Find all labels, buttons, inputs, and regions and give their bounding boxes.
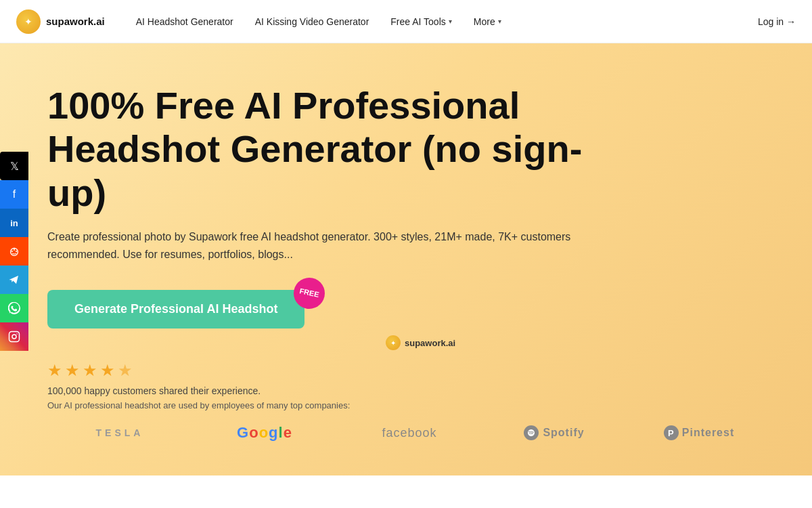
hero-title: 100% Free AI Professional Headshot Gener… bbox=[47, 84, 602, 215]
share-facebook-button[interactable]: f bbox=[0, 180, 28, 209]
companies-used-text: Our AI professional headshot are used by… bbox=[47, 400, 771, 410]
nav-kissing-video[interactable]: AI Kissing Video Generator bbox=[246, 11, 379, 33]
spotify-icon bbox=[524, 425, 539, 440]
share-instagram-button[interactable] bbox=[0, 322, 28, 351]
login-link[interactable]: Log in → bbox=[758, 16, 796, 27]
free-tools-dropdown-arrow: ▾ bbox=[449, 18, 452, 25]
logo-link[interactable]: supawork.ai bbox=[16, 9, 105, 34]
spotify-logo: Spotify bbox=[482, 425, 627, 440]
more-dropdown-arrow: ▾ bbox=[498, 18, 501, 25]
social-sidebar: 𝕏 f in bbox=[0, 152, 28, 351]
share-x-button[interactable]: 𝕏 bbox=[0, 152, 28, 180]
logo-icon bbox=[16, 9, 41, 34]
supawork-inline-text: supawork.ai bbox=[405, 338, 455, 348]
brand-name: supawork.ai bbox=[46, 16, 105, 27]
star-rating: ★ ★ ★ ★ ★ bbox=[47, 361, 771, 380]
star-3: ★ bbox=[83, 361, 97, 380]
svg-point-2 bbox=[16, 251, 17, 252]
hero-subtitle: Create professional photo by Supawork fr… bbox=[47, 228, 602, 263]
pinterest-logo: P Pinterest bbox=[627, 425, 771, 440]
nav-headshot-generator[interactable]: AI Headshot Generator bbox=[127, 11, 243, 33]
google-logo: Google bbox=[192, 424, 337, 442]
nav-links: AI Headshot Generator AI Kissing Video G… bbox=[127, 11, 758, 33]
supawork-inline-icon: ✦ bbox=[386, 335, 401, 350]
share-linkedin-button[interactable]: in bbox=[0, 209, 28, 237]
happy-customers-text: 100,000 happy customers shared their exp… bbox=[47, 385, 771, 396]
pinterest-icon: P bbox=[664, 425, 679, 440]
generate-headshot-button[interactable]: Generate Professional AI Headshot bbox=[47, 290, 304, 329]
star-5-half: ★ bbox=[118, 361, 133, 380]
below-hero-section: How to Generate Professional Headshots w… bbox=[0, 475, 812, 508]
svg-point-3 bbox=[14, 248, 15, 249]
nav-free-ai-tools[interactable]: Free AI Tools ▾ bbox=[381, 11, 461, 33]
hero-section: 𝕏 f in 100% Free AI Professional Headsho… bbox=[0, 43, 812, 475]
company-logos: TESLA Google facebook Spotify P Pinteres… bbox=[47, 424, 771, 442]
star-2: ★ bbox=[65, 361, 80, 380]
cta-wrapper: Generate Professional AI Headshot FREE bbox=[47, 290, 304, 329]
svg-point-1 bbox=[12, 251, 13, 252]
navigation: supawork.ai AI Headshot Generator AI Kis… bbox=[0, 0, 812, 43]
facebook-logo: facebook bbox=[337, 426, 482, 440]
svg-point-6 bbox=[12, 335, 16, 339]
star-4: ★ bbox=[100, 361, 115, 380]
nav-more[interactable]: More ▾ bbox=[464, 11, 511, 33]
supawork-inline-logo: ✦ supawork.ai bbox=[386, 335, 771, 350]
share-telegram-button[interactable] bbox=[0, 266, 28, 294]
svg-rect-5 bbox=[9, 332, 20, 342]
star-1: ★ bbox=[47, 361, 62, 380]
social-proof: ★ ★ ★ ★ ★ 100,000 happy customers shared… bbox=[47, 361, 771, 410]
share-whatsapp-button[interactable] bbox=[0, 294, 28, 322]
share-reddit-button[interactable] bbox=[0, 237, 28, 266]
svg-point-7 bbox=[16, 333, 18, 335]
tesla-logo: TESLA bbox=[47, 427, 192, 438]
